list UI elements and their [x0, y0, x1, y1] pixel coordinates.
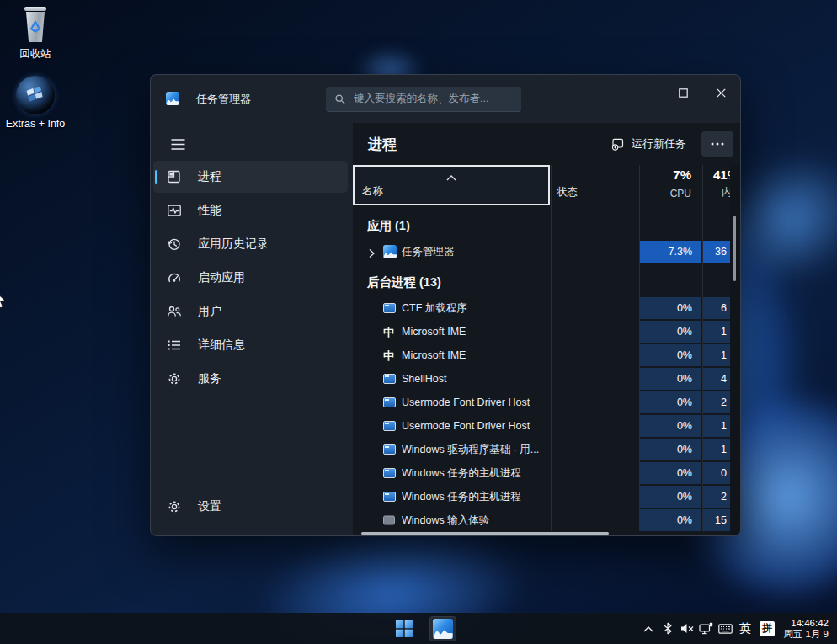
- close-icon: [717, 88, 726, 98]
- process-name: Usermode Font Driver Host: [402, 391, 530, 414]
- hamburger-icon: [171, 139, 185, 150]
- sidebar-item-label: 进程: [198, 169, 221, 184]
- tray-clock[interactable]: 14:46:42 周五 1月 9: [783, 618, 829, 640]
- window-title: 任务管理器: [196, 75, 251, 123]
- sidebar-item-label: 启动应用: [198, 270, 245, 285]
- selection-accent-bar: [155, 170, 157, 184]
- tray-time: 14:46:42: [783, 618, 829, 629]
- close-button[interactable]: [702, 75, 740, 110]
- horizontal-scrollbar-thumb[interactable]: [361, 532, 609, 535]
- sidebar-item-label: 服务: [198, 371, 221, 386]
- desktop-icon-label: Extras + Info: [0, 118, 71, 130]
- table-header: 名称 状态 7% CPU 41% 内存: [353, 165, 740, 205]
- process-cpu-value: 0%: [640, 439, 701, 460]
- sidebar-item-users[interactable]: 用户: [153, 295, 348, 327]
- gear-icon: [167, 499, 182, 514]
- process-row[interactable]: Usermode Font Driver Host0%1: [353, 414, 740, 438]
- sidebar-item-details[interactable]: 详细信息: [153, 329, 348, 361]
- process-row[interactable]: 中Microsoft IME0%1: [353, 320, 740, 343]
- sidebar-item-startup[interactable]: 启动应用: [153, 262, 348, 294]
- process-cpu-value: 0%: [640, 462, 701, 484]
- process-cpu-value: 0%: [640, 509, 701, 531]
- process-row[interactable]: Windows 输入体验0%15: [353, 508, 740, 532]
- sidebar-item-processes[interactable]: 进程: [153, 161, 348, 193]
- process-icon-winexp: [383, 516, 395, 525]
- process-icon-app: [383, 303, 396, 313]
- sidebar: 进程性能应用历史记录启动应用用户详细信息服务 设置: [151, 123, 353, 535]
- process-cpu-value: 0%: [640, 486, 701, 508]
- run-new-task-label: 运行新任务: [632, 136, 686, 152]
- column-header-status[interactable]: 状态: [557, 185, 578, 200]
- minimize-button[interactable]: [626, 75, 664, 110]
- taskbar-app-task-manager[interactable]: [429, 616, 456, 641]
- process-name: Windows 任务的主机进程: [402, 461, 521, 485]
- process-row[interactable]: Windows 任务的主机进程0%0: [353, 461, 740, 485]
- process-cpu-value: 0%: [640, 415, 701, 437]
- vertical-scrollbar-thumb[interactable]: [733, 216, 736, 281]
- process-name: ShellHost: [402, 367, 447, 391]
- keyboard-icon: [718, 624, 733, 634]
- maximize-icon: [679, 88, 688, 98]
- process-row[interactable]: Windows 任务的主机进程0%2: [353, 485, 740, 508]
- ethernet-network-icon: [699, 622, 713, 635]
- tray-date: 周五 1月 9: [783, 629, 829, 640]
- column-header-cpu[interactable]: CPU: [670, 188, 691, 200]
- sidebar-item-label: 性能: [198, 203, 221, 218]
- process-icon-ime: 中: [383, 327, 394, 338]
- desktop: 回收站 Extras + Info 任务管理器: [0, 0, 837, 644]
- sidebar-item-history[interactable]: 应用历史记录: [153, 228, 348, 260]
- sidebar-item-label: 应用历史记录: [198, 237, 269, 252]
- main-pane: 进程 运行新任务 名称: [353, 123, 740, 535]
- process-name: Microsoft IME: [402, 320, 466, 343]
- tray-touch-keyboard-button[interactable]: [716, 616, 735, 641]
- process-cpu-value: 0%: [640, 368, 701, 390]
- start-button[interactable]: [391, 616, 418, 641]
- processes-icon: [167, 169, 182, 184]
- sidebar-items: 进程性能应用历史记录启动应用用户详细信息服务: [153, 161, 348, 397]
- windows-start-icon: [395, 620, 413, 638]
- sidebar-item-settings[interactable]: 设置: [153, 491, 348, 523]
- process-name: Microsoft IME: [402, 343, 466, 367]
- process-name: Windows 输入体验: [402, 508, 489, 532]
- run-new-task-button[interactable]: 运行新任务: [603, 131, 695, 157]
- tray-network-button[interactable]: [696, 616, 716, 641]
- process-row[interactable]: CTF 加载程序0%6: [353, 296, 740, 320]
- speaker-mute-icon: [680, 623, 694, 634]
- process-group-header[interactable]: 后台进程 (13): [353, 269, 740, 295]
- tray-show-hidden-icons-button[interactable]: [638, 616, 658, 641]
- performance-icon: [167, 203, 182, 218]
- process-icon-app: [383, 468, 396, 478]
- process-row[interactable]: 中Microsoft IME0%1: [353, 343, 740, 367]
- task-manager-window: 任务管理器 键入要搜索的名称、发布者...: [150, 74, 741, 536]
- tray-ime-language-button[interactable]: 英: [735, 616, 754, 641]
- sidebar-item-performance[interactable]: 性能: [153, 194, 348, 226]
- tray-bluetooth-button[interactable]: [658, 616, 677, 641]
- expand-chevron-icon[interactable]: [368, 247, 376, 262]
- more-options-button[interactable]: [701, 131, 733, 157]
- maximize-button[interactable]: [664, 75, 702, 110]
- desktop-icon-label: 回收站: [0, 47, 71, 61]
- desktop-icon-extras-info[interactable]: Extras + Info: [0, 76, 71, 130]
- tray-volume-muted-button[interactable]: [677, 616, 696, 641]
- process-row[interactable]: ShellHost0%4: [353, 367, 740, 391]
- search-icon: [334, 93, 346, 105]
- recycle-arrows-icon: [28, 20, 43, 34]
- tray-ime-mode-button[interactable]: 拼: [760, 621, 775, 636]
- search-input[interactable]: 键入要搜索的名称、发布者...: [326, 87, 521, 112]
- mouse-cursor: [0, 290, 9, 310]
- process-table-body: 应用 (1)任务管理器7.3%36后台进程 (13)CTF 加载程序0%6中Mi…: [353, 205, 740, 532]
- sidebar-item-label: 用户: [198, 304, 221, 319]
- navigation-menu-button[interactable]: [163, 131, 193, 157]
- process-row[interactable]: Usermode Font Driver Host0%2: [353, 391, 740, 414]
- column-header-name[interactable]: 名称: [353, 165, 550, 205]
- new-task-icon: [611, 137, 625, 151]
- startup-icon: [167, 270, 182, 285]
- task-manager-icon: [433, 619, 453, 639]
- desktop-icon-recycle-bin[interactable]: 回收站: [0, 7, 71, 61]
- process-row[interactable]: 任务管理器7.3%36: [353, 240, 740, 263]
- sidebar-item-label: 设置: [198, 499, 221, 514]
- process-row[interactable]: Windows 驱动程序基础 - 用...0%1: [353, 438, 740, 461]
- process-group-header[interactable]: 应用 (1): [353, 213, 740, 238]
- process-icon-taskmgr: [383, 245, 397, 258]
- sidebar-item-services[interactable]: 服务: [153, 363, 348, 395]
